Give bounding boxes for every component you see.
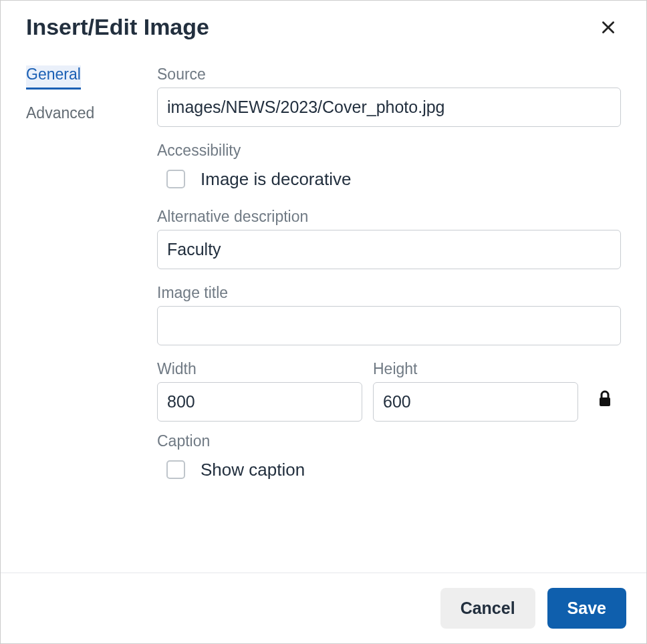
width-label: Width bbox=[157, 360, 362, 378]
accessibility-label: Accessibility bbox=[157, 142, 621, 160]
decorative-label: Image is decorative bbox=[201, 169, 351, 190]
close-icon bbox=[600, 19, 617, 36]
source-input[interactable] bbox=[157, 88, 621, 127]
dialog-footer: Cancel Save bbox=[1, 573, 646, 643]
width-group: Width bbox=[157, 360, 362, 422]
svg-rect-0 bbox=[600, 397, 610, 406]
image-title-input[interactable] bbox=[157, 306, 621, 345]
caption-group: Caption Show caption bbox=[157, 432, 621, 484]
height-group: Height bbox=[373, 360, 578, 422]
dimensions-row: Width Height bbox=[157, 360, 621, 422]
decorative-checkbox[interactable] bbox=[166, 170, 185, 188]
insert-edit-image-dialog: Insert/Edit Image General Advanced Sourc… bbox=[0, 0, 647, 644]
alt-input[interactable] bbox=[157, 230, 621, 269]
alt-group: Alternative description bbox=[157, 208, 621, 269]
source-group: Source bbox=[157, 65, 621, 127]
lock-icon bbox=[598, 390, 612, 408]
general-form: Source Accessibility Image is decorative… bbox=[157, 65, 621, 573]
height-label: Height bbox=[373, 360, 578, 378]
tab-advanced[interactable]: Advanced bbox=[26, 104, 94, 126]
cancel-button[interactable]: Cancel bbox=[440, 588, 535, 629]
image-title-group: Image title bbox=[157, 284, 621, 345]
width-input[interactable] bbox=[157, 382, 362, 422]
image-title-label: Image title bbox=[157, 284, 621, 302]
alt-label: Alternative description bbox=[157, 208, 621, 226]
caption-label: Caption bbox=[157, 432, 621, 450]
lock-aspect-button[interactable] bbox=[595, 387, 615, 412]
tab-general[interactable]: General bbox=[26, 65, 81, 90]
dialog-body: General Advanced Source Accessibility Im… bbox=[1, 47, 646, 573]
show-caption-row: Show caption bbox=[157, 454, 621, 484]
show-caption-checkbox[interactable] bbox=[166, 460, 185, 479]
tab-list: General Advanced bbox=[26, 65, 133, 573]
save-button[interactable]: Save bbox=[547, 588, 626, 629]
dialog-header: Insert/Edit Image bbox=[1, 1, 646, 47]
accessibility-group: Accessibility Image is decorative bbox=[157, 142, 621, 193]
lock-aspect-col bbox=[589, 387, 621, 422]
decorative-row: Image is decorative bbox=[157, 164, 621, 193]
dialog-title: Insert/Edit Image bbox=[26, 14, 209, 40]
source-label: Source bbox=[157, 65, 621, 84]
show-caption-label: Show caption bbox=[201, 460, 305, 480]
close-button[interactable] bbox=[596, 15, 621, 40]
height-input[interactable] bbox=[373, 382, 578, 422]
